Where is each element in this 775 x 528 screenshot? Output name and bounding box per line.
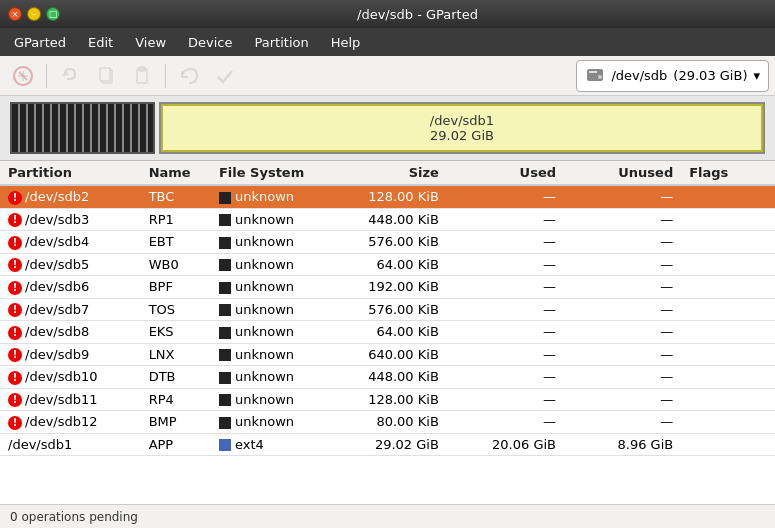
svg-rect-9: [587, 69, 603, 81]
cell-fs: ext4: [211, 433, 330, 455]
menu-partition[interactable]: Partition: [245, 33, 319, 52]
disk-visual: /dev/sdb1 29.02 GiB: [0, 96, 775, 161]
cell-unused: —: [564, 185, 681, 208]
cell-partition: !/dev/sdb2: [0, 185, 141, 208]
warning-icon: !: [8, 416, 22, 430]
table-row[interactable]: !/dev/sdb6BPFunknown192.00 KiB——: [0, 276, 775, 299]
menu-edit[interactable]: Edit: [78, 33, 123, 52]
cell-used: —: [447, 276, 564, 299]
cell-name: LNX: [141, 343, 211, 366]
fs-color-icon: [219, 192, 231, 204]
partition-table: Partition Name File System Size Used Unu…: [0, 161, 775, 456]
fs-color-icon: [219, 349, 231, 361]
cell-used: —: [447, 343, 564, 366]
cell-flags: [681, 208, 775, 231]
svg-rect-6: [100, 68, 110, 81]
cell-used: —: [447, 366, 564, 389]
minimize-button[interactable]: –: [27, 7, 41, 21]
titlebar: × – □ /dev/sdb - GParted: [0, 0, 775, 28]
warning-icon: !: [8, 258, 22, 272]
menu-device[interactable]: Device: [178, 33, 242, 52]
col-header-flags: Flags: [681, 161, 775, 185]
table-row[interactable]: !/dev/sdb11RP4unknown128.00 KiB——: [0, 388, 775, 411]
menubar: GParted Edit View Device Partition Help: [0, 28, 775, 56]
cell-unused: —: [564, 388, 681, 411]
table-row[interactable]: /dev/sdb1APPext429.02 GiB20.06 GiB8.96 G…: [0, 433, 775, 455]
cell-used: —: [447, 231, 564, 254]
fs-color-icon: [219, 214, 231, 226]
undo-button[interactable]: [53, 59, 87, 93]
cell-partition: !/dev/sdb3: [0, 208, 141, 231]
cell-unused: —: [564, 231, 681, 254]
cell-flags: [681, 388, 775, 411]
warning-icon: !: [8, 281, 22, 295]
table-row[interactable]: !/dev/sdb3RP1unknown448.00 KiB——: [0, 208, 775, 231]
cell-used: —: [447, 298, 564, 321]
table-row[interactable]: !/dev/sdb4EBTunknown576.00 KiB——: [0, 231, 775, 254]
cell-partition: !/dev/sdb12: [0, 411, 141, 434]
table-row[interactable]: !/dev/sdb8EKSunknown64.00 KiB——: [0, 321, 775, 344]
col-header-fs: File System: [211, 161, 330, 185]
cell-used: —: [447, 208, 564, 231]
svg-rect-10: [589, 71, 597, 73]
apply-button[interactable]: [208, 59, 242, 93]
cell-name: BPF: [141, 276, 211, 299]
col-header-name: Name: [141, 161, 211, 185]
cell-flags: [681, 253, 775, 276]
table-row[interactable]: !/dev/sdb10DTBunknown448.00 KiB——: [0, 366, 775, 389]
cell-flags: [681, 366, 775, 389]
toolbar: /dev/sdb (29.03 GiB) ▾: [0, 56, 775, 96]
cell-partition: !/dev/sdb10: [0, 366, 141, 389]
toolbar-separator-2: [165, 64, 166, 88]
col-header-partition: Partition: [0, 161, 141, 185]
cell-partition: !/dev/sdb8: [0, 321, 141, 344]
cell-size: 128.00 KiB: [330, 388, 447, 411]
warning-icon: !: [8, 393, 22, 407]
cell-unused: —: [564, 321, 681, 344]
cell-partition: !/dev/sdb6: [0, 276, 141, 299]
cell-size: 576.00 KiB: [330, 298, 447, 321]
table-row[interactable]: !/dev/sdb7TOSunknown576.00 KiB——: [0, 298, 775, 321]
statusbar: 0 operations pending: [0, 504, 775, 528]
device-dropdown-icon: ▾: [753, 68, 760, 83]
table-row[interactable]: !/dev/sdb5WB0unknown64.00 KiB——: [0, 253, 775, 276]
paste-button[interactable]: [125, 59, 159, 93]
cell-name: EKS: [141, 321, 211, 344]
disk-partition-main[interactable]: /dev/sdb1 29.02 GiB: [161, 104, 763, 152]
warning-icon: !: [8, 303, 22, 317]
cell-fs: unknown: [211, 208, 330, 231]
copy-button[interactable]: [89, 59, 123, 93]
new-button[interactable]: [6, 59, 40, 93]
table-row[interactable]: !/dev/sdb2TBCunknown128.00 KiB——: [0, 185, 775, 208]
col-header-unused: Unused: [564, 161, 681, 185]
cell-flags: [681, 298, 775, 321]
table-row[interactable]: !/dev/sdb12BMPunknown80.00 KiB——: [0, 411, 775, 434]
menu-view[interactable]: View: [125, 33, 176, 52]
cell-used: —: [447, 253, 564, 276]
status-text: 0 operations pending: [10, 510, 138, 524]
cell-used: —: [447, 185, 564, 208]
toolbar-separator-1: [46, 64, 47, 88]
new-icon: [12, 65, 34, 87]
maximize-button[interactable]: □: [46, 7, 60, 21]
disk-part-size: 29.02 GiB: [430, 128, 494, 143]
col-header-used: Used: [447, 161, 564, 185]
cell-size: 576.00 KiB: [330, 231, 447, 254]
cell-fs: unknown: [211, 298, 330, 321]
table-header-row: Partition Name File System Size Used Unu…: [0, 161, 775, 185]
cell-name: DTB: [141, 366, 211, 389]
disk-partitions: /dev/sdb1 29.02 GiB: [159, 102, 765, 154]
menu-gparted[interactable]: GParted: [4, 33, 76, 52]
device-selector[interactable]: /dev/sdb (29.03 GiB) ▾: [576, 60, 769, 92]
cell-name: RP4: [141, 388, 211, 411]
cell-used: —: [447, 411, 564, 434]
undo2-button[interactable]: [172, 59, 206, 93]
fs-color-icon: [219, 439, 231, 451]
warning-icon: !: [8, 348, 22, 362]
close-button[interactable]: ×: [8, 7, 22, 21]
fs-color-icon: [219, 237, 231, 249]
table-row[interactable]: !/dev/sdb9LNXunknown640.00 KiB——: [0, 343, 775, 366]
menu-help[interactable]: Help: [321, 33, 371, 52]
cell-fs: unknown: [211, 343, 330, 366]
copy-icon: [95, 65, 117, 87]
